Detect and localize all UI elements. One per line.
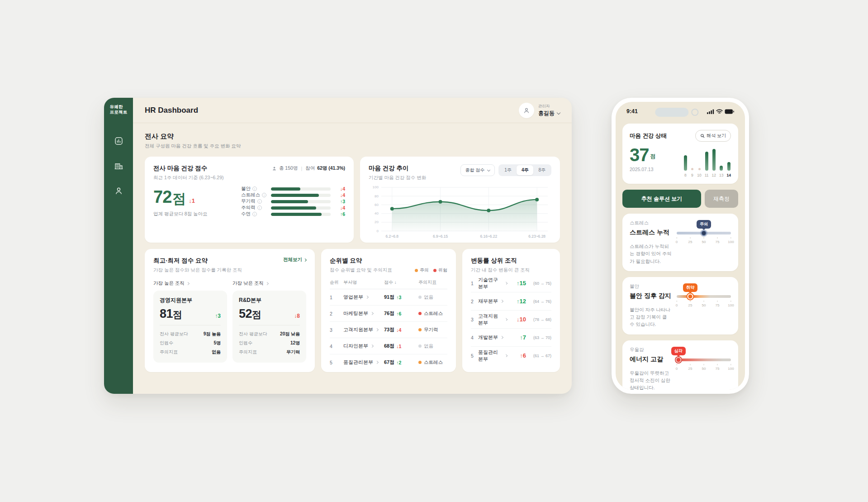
description: 불안이 자주 나타나고 감정 기복이 클 수 있습니다. <box>630 306 672 328</box>
metric-bar <box>271 213 322 216</box>
analytics-icon[interactable] <box>114 136 123 146</box>
table-header: 순위 부서명 점수 ↓ 주의지표 <box>330 275 447 289</box>
info-icon[interactable] <box>257 199 262 204</box>
description: 우울감이 뚜렷하고 정서적 소진이 심한 상태입니다. <box>630 369 672 390</box>
slider-thumb[interactable] <box>688 293 693 299</box>
info-row: 주의지표없음 <box>160 348 221 357</box>
chevron-right-icon <box>370 312 374 315</box>
tab-4week[interactable]: 4주 <box>517 165 534 175</box>
info-icon[interactable] <box>257 206 262 210</box>
metric-bar <box>271 187 300 191</box>
list-item[interactable]: 3 고객지원본부 ↓10 (78 → 68) <box>471 311 551 329</box>
score-type-dropdown[interactable]: 종합 점수 <box>460 164 495 176</box>
anxiety-slider <box>677 295 731 298</box>
stress-slider <box>677 232 731 234</box>
list-item[interactable]: 1 기술연구본부 ↑15 (60 → 75) <box>471 274 551 292</box>
table-row[interactable]: 3 고객지원본부 73점↓4 무기력 <box>330 322 447 338</box>
category-label: 우울감 <box>630 347 672 353</box>
signal-icon <box>707 109 714 114</box>
org-name: R&D본부 <box>239 296 300 304</box>
svg-text:40: 40 <box>375 211 379 215</box>
info-row: 인원수12명 <box>239 339 300 348</box>
card-title: 에너지 고갈 <box>630 355 672 363</box>
phone-device: 9:41 마음 건강 상태 해석 보기 37 점 <box>612 98 749 394</box>
measure-date: 2025.07.13 <box>630 167 656 172</box>
organization-icon[interactable] <box>114 161 123 171</box>
info-row: 인원수5명 <box>160 339 221 348</box>
dashboard-window: 유쾌한 프로젝트 HR Dashboard <box>104 98 572 394</box>
score-note: 업계 평균보다 8점 높아요 <box>153 211 238 217</box>
people-icon[interactable] <box>114 186 123 196</box>
table-row[interactable]: 5 품질관리본부 67점↑2 스트레스 <box>330 354 447 370</box>
trend-card: 마음 건강 추이 기간별 마음 건강 점수 변화 종합 점수 1주 4주 <box>360 157 560 243</box>
depression-card: 우울감 에너지 고갈 우울감이 뚜렷하고 정서적 소진이 심한 상태입니다. 심… <box>622 340 738 390</box>
chevron-right-icon <box>500 336 503 339</box>
org-score: 52점 <box>239 308 261 320</box>
anxiety-card: 불안 불안 징후 감지 불안이 자주 나타나고 감정 기복이 클 수 있습니다.… <box>622 277 738 335</box>
org-delta: ↑3 <box>215 313 221 319</box>
depression-slider <box>677 359 731 361</box>
recommend-solution-button[interactable]: 추천 솔루션 보기 <box>622 190 701 208</box>
org-delta: ↓8 <box>294 313 300 319</box>
card-title: 마음 건강 추이 <box>369 164 426 172</box>
interpretation-button[interactable]: 해석 보기 <box>695 130 731 142</box>
table-row[interactable]: 1 영업본부 91점↑3 없음 <box>330 289 447 306</box>
card-title: 스트레스 누적 <box>630 229 672 237</box>
slider-scale: 0255075100 <box>677 237 731 245</box>
description: 스트레스가 누적되는 경향이 있어 주의가 필요합니다. <box>630 243 672 265</box>
chevron-right-icon <box>266 282 269 285</box>
card-subtitle: 점수 순위별 요약 및 주의지표 <box>330 267 392 273</box>
svg-text:60: 60 <box>375 203 379 207</box>
view-all-link[interactable]: 전체보기 <box>283 257 306 263</box>
svg-text:0: 0 <box>376 229 379 233</box>
slider-thumb[interactable] <box>701 230 707 236</box>
svg-text:6.9~6.15: 6.9~6.15 <box>433 234 448 239</box>
remeasure-button[interactable]: 재측정 <box>705 190 738 208</box>
card-title: 순위별 요약 <box>330 257 447 265</box>
section-title: 전사 요약 <box>145 132 560 141</box>
user-name: 홍길동 <box>538 110 555 117</box>
list-item[interactable]: 2 재무본부 ↑12 (64 → 76) <box>471 292 551 311</box>
card-subtitle: 기간별 마음 건강 점수 변화 <box>369 175 426 181</box>
table-row[interactable]: 4 디자인본부 68점↓1 없음 <box>330 338 447 354</box>
highest-org-link[interactable]: 가장 높은 조직 <box>153 280 227 287</box>
user-menu[interactable]: 관리자 홍길동 <box>519 103 560 118</box>
wifi-icon <box>716 109 723 114</box>
chevron-right-icon <box>365 296 369 299</box>
tab-8week[interactable]: 8주 <box>533 165 550 175</box>
info-icon[interactable] <box>252 186 257 191</box>
table-row[interactable]: 2 마케팅본부 76점↑6 스트레스 <box>330 306 447 322</box>
lowest-org-link[interactable]: 가장 낮은 조직 <box>232 280 306 287</box>
ranking-card: 순위별 요약 점수 순위별 요약 및 주의지표 주의 위험 순위 부서명 점수 … <box>321 249 456 372</box>
chevron-down-icon <box>557 110 560 114</box>
slider-scale: 0255075100 <box>677 301 731 309</box>
list-item[interactable]: 4 개발본부 ↑7 (63 → 70) <box>471 329 551 347</box>
tab-1week[interactable]: 1주 <box>499 165 517 175</box>
metric-row: 주의력 ↓4 <box>241 205 345 211</box>
slider-thumb[interactable] <box>675 357 681 363</box>
legend: 주의 위험 <box>415 267 447 273</box>
metric-row: 스트레스 ↓4 <box>241 192 345 198</box>
section-subtitle: 전체 구성원 마음 건강 흐름 및 주요 변화 요약 <box>145 143 560 149</box>
caution-dot <box>415 269 418 272</box>
chevron-right-icon <box>186 282 190 285</box>
svg-text:80: 80 <box>375 194 379 198</box>
slider-scale: 0255075100 <box>677 364 731 372</box>
trend-chart: 0204060801006.2~6.86.9~6.156.16~6.226.23… <box>369 185 551 240</box>
svg-text:6.2~6.8: 6.2~6.8 <box>386 234 399 239</box>
app-logo: 유쾌한 프로젝트 <box>110 104 128 115</box>
list-item[interactable]: 5 품질관리본부 ↑6 (61 → 67) <box>471 347 551 364</box>
clock: 9:41 <box>626 108 638 115</box>
svg-text:6.16~6.22: 6.16~6.22 <box>480 234 497 239</box>
card-title: 최고·최저 점수 요약 <box>153 257 208 265</box>
chevron-right-icon <box>375 328 379 331</box>
lowest-org-card: R&D본부 52점 ↓8 전사 평균보다20점 낮음 인원수12명 주의지표무기… <box>232 291 306 363</box>
participation-stat: 총 150명 | 참여 62명 (41.3%) <box>272 165 345 172</box>
info-row: 주의지표무기력 <box>239 348 300 357</box>
status-dot <box>418 296 422 299</box>
info-icon[interactable] <box>262 193 266 197</box>
movers-card: 변동률 상위 조직 기간 내 점수 변동이 큰 조직 1 기술연구본부 ↑15 … <box>462 249 560 372</box>
info-icon[interactable] <box>252 212 257 216</box>
score-delta: ↓1 <box>189 197 195 204</box>
chevron-right-icon <box>500 300 503 303</box>
